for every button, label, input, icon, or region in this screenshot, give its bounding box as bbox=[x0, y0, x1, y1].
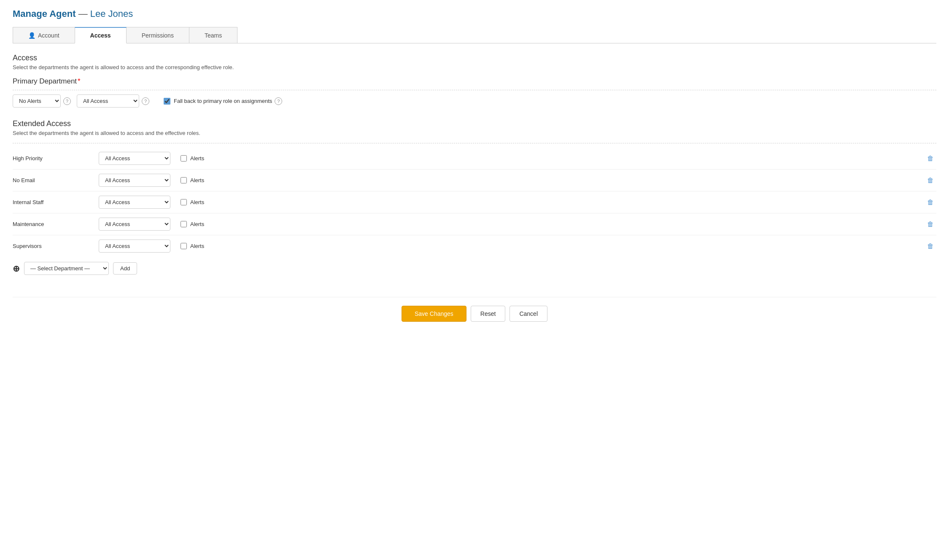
no-alerts-select-wrapper: No Alerts Alerts ? bbox=[13, 94, 71, 108]
fallback-checkbox-wrapper: Fall back to primary role on assignments… bbox=[164, 97, 282, 105]
all-access-help-icon: ? bbox=[142, 97, 149, 105]
alerts-checkbox-maintenance[interactable] bbox=[181, 221, 187, 227]
dept-row-name-maintenance: Maintenance bbox=[13, 221, 89, 227]
tab-bar: 👤 Account Access Permissions Teams bbox=[13, 27, 936, 43]
dept-row-name-high-priority: High Priority bbox=[13, 155, 89, 162]
dept-row-name-supervisors: Supervisors bbox=[13, 243, 89, 249]
alerts-checkbox-internal-staff[interactable] bbox=[181, 199, 187, 205]
alerts-label-maintenance[interactable]: Alerts bbox=[190, 221, 204, 227]
table-row: Internal StaffAll AccessRead OnlyLimited… bbox=[13, 191, 936, 213]
table-row: SupervisorsAll AccessRead OnlyLimited Ac… bbox=[13, 235, 936, 257]
access-section: Access Select the departments the agent … bbox=[13, 54, 936, 108]
add-dept-row: ⊕ — Select Department — High Priority No… bbox=[13, 257, 936, 280]
delete-dept-icon-supervisors[interactable]: 🗑 bbox=[925, 242, 936, 251]
table-row: High PriorityAll AccessRead OnlyLimited … bbox=[13, 148, 936, 170]
tab-access[interactable]: Access bbox=[75, 27, 127, 43]
all-access-select-wrapper: All Access Read Only Limited Access ? bbox=[77, 94, 149, 108]
dept-rows-container: High PriorityAll AccessRead OnlyLimited … bbox=[13, 148, 936, 257]
table-row: MaintenanceAll AccessRead OnlyLimited Ac… bbox=[13, 213, 936, 235]
delete-dept-icon-internal-staff[interactable]: 🗑 bbox=[925, 198, 936, 207]
primary-dept-controls: No Alerts Alerts ? All Access Read Only … bbox=[13, 90, 936, 108]
alerts-label-internal-staff[interactable]: Alerts bbox=[190, 199, 204, 205]
delete-dept-icon-maintenance[interactable]: 🗑 bbox=[925, 220, 936, 229]
delete-dept-icon-no-email[interactable]: 🗑 bbox=[925, 176, 936, 185]
dept-row-name-no-email: No Email bbox=[13, 177, 89, 183]
alerts-checkbox-high-priority[interactable] bbox=[181, 155, 187, 162]
add-dept-icon[interactable]: ⊕ bbox=[13, 264, 20, 274]
primary-all-access-select[interactable]: All Access Read Only Limited Access bbox=[77, 94, 139, 108]
access-section-title: Access bbox=[13, 54, 936, 62]
required-indicator: * bbox=[78, 77, 81, 85]
tab-teams[interactable]: Teams bbox=[189, 27, 237, 43]
save-changes-button[interactable]: Save Changes bbox=[402, 306, 466, 322]
person-icon: 👤 bbox=[28, 32, 35, 39]
extended-access-title: Extended Access bbox=[13, 119, 936, 128]
title-separator: — bbox=[78, 8, 88, 19]
fallback-help-icon: ? bbox=[275, 97, 282, 105]
alerts-label-supervisors[interactable]: Alerts bbox=[190, 243, 204, 249]
alerts-checkbox-supervisors[interactable] bbox=[181, 243, 187, 249]
extended-access-desc: Select the departments the agent is allo… bbox=[13, 130, 936, 136]
fallback-label[interactable]: Fall back to primary role on assignments… bbox=[174, 97, 282, 105]
dept-access-select-internal-staff[interactable]: All AccessRead OnlyLimited Access bbox=[99, 196, 170, 209]
dept-alerts-no-email: Alerts bbox=[181, 177, 914, 183]
agent-name: Lee Jones bbox=[90, 8, 133, 19]
access-section-desc: Select the departments the agent is allo… bbox=[13, 64, 936, 70]
extended-access-section: Extended Access Select the departments t… bbox=[13, 119, 936, 280]
alerts-checkbox-no-email[interactable] bbox=[181, 177, 187, 183]
dept-access-select-no-email[interactable]: All AccessRead OnlyLimited Access bbox=[99, 174, 170, 187]
add-dept-button[interactable]: Add bbox=[113, 262, 137, 275]
dept-access-select-supervisors[interactable]: All AccessRead OnlyLimited Access bbox=[99, 240, 170, 253]
alerts-label-high-priority[interactable]: Alerts bbox=[190, 155, 204, 162]
dept-alerts-high-priority: Alerts bbox=[181, 155, 914, 162]
select-department-dropdown[interactable]: — Select Department — High Priority No E… bbox=[24, 262, 109, 275]
tab-account[interactable]: 👤 Account bbox=[13, 27, 75, 43]
alerts-label-no-email[interactable]: Alerts bbox=[190, 177, 204, 183]
dept-row-name-internal-staff: Internal Staff bbox=[13, 199, 89, 205]
extended-header-bar: High PriorityAll AccessRead OnlyLimited … bbox=[13, 143, 936, 280]
fallback-checkbox[interactable] bbox=[164, 98, 170, 105]
bottom-actions: Save Changes Reset Cancel bbox=[13, 297, 936, 322]
page-title: Manage Agent — Lee Jones bbox=[13, 8, 936, 19]
dept-access-select-maintenance[interactable]: All AccessRead OnlyLimited Access bbox=[99, 218, 170, 231]
primary-dept-title: Primary Department* bbox=[13, 77, 936, 86]
dept-alerts-maintenance: Alerts bbox=[181, 221, 914, 227]
dept-alerts-internal-staff: Alerts bbox=[181, 199, 914, 205]
no-alerts-help-icon: ? bbox=[63, 97, 71, 105]
dept-access-select-high-priority[interactable]: All AccessRead OnlyLimited Access bbox=[99, 152, 170, 165]
table-row: No EmailAll AccessRead OnlyLimited Acces… bbox=[13, 170, 936, 191]
no-alerts-select[interactable]: No Alerts Alerts bbox=[13, 94, 61, 108]
delete-dept-icon-high-priority[interactable]: 🗑 bbox=[925, 154, 936, 163]
cancel-button[interactable]: Cancel bbox=[510, 306, 547, 322]
dept-alerts-supervisors: Alerts bbox=[181, 243, 914, 249]
title-text: Manage Agent bbox=[13, 8, 76, 19]
tab-permissions[interactable]: Permissions bbox=[126, 27, 189, 43]
reset-button[interactable]: Reset bbox=[471, 306, 506, 322]
